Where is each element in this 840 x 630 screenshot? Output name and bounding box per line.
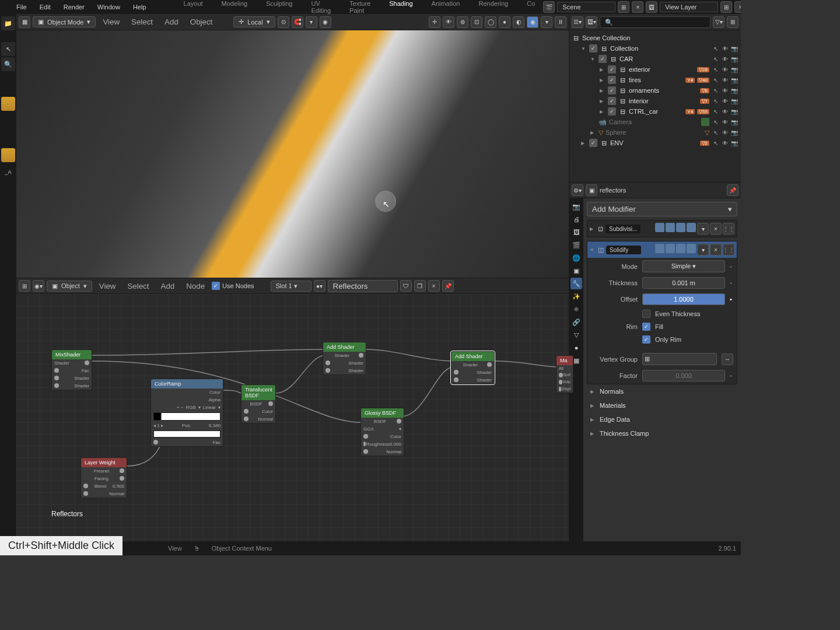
- material-name-input[interactable]: [328, 280, 398, 292]
- chevron-right-icon[interactable]: ▶: [600, 88, 606, 93]
- chevron-right-icon[interactable]: ▶: [600, 99, 606, 104]
- modifier-name-input[interactable]: Solidify: [606, 246, 641, 254]
- editor-type-node-icon[interactable]: ⊞: [19, 280, 30, 292]
- modifier-props-tab[interactable]: 🔧: [570, 278, 582, 289]
- outliner-item-tires[interactable]: ▶ ✓ ⊟ tires Y4 ▽40 ↖👁📷: [569, 75, 741, 85]
- view-layer-input[interactable]: [660, 2, 718, 12]
- scene-props-tab[interactable]: 🎬: [570, 239, 582, 251]
- material-preview-icon[interactable]: [1, 97, 15, 111]
- even-thickness-checkbox[interactable]: [642, 310, 650, 318]
- constraint-props-tab[interactable]: 🔗: [570, 316, 582, 328]
- outliner-search-input[interactable]: [600, 16, 710, 28]
- modifier-solidify[interactable]: ▼ ◫ Solidify ▾ × ⋮⋮: [587, 241, 737, 384]
- overlays-visibility-icon[interactable]: 👁: [443, 16, 454, 28]
- node-color-ramp[interactable]: ColorRamp Color Alpha + −RGB▾Linear▾ ◂ 1…: [150, 379, 223, 447]
- world-props-tab[interactable]: 🌐: [570, 252, 582, 264]
- checkbox-icon[interactable]: ✓: [589, 139, 597, 147]
- layer-browse-icon[interactable]: 🖼: [646, 1, 657, 13]
- checkbox-icon[interactable]: ✓: [608, 86, 616, 94]
- file-browser-icon[interactable]: 📁: [1, 16, 15, 30]
- delete-scene-icon[interactable]: ×: [632, 1, 643, 13]
- outliner-item-camera[interactable]: 📹 Camera ↖👁📷: [569, 117, 741, 127]
- mod-menu-icon[interactable]: ▾: [697, 223, 709, 235]
- output-props-tab[interactable]: 🖨: [570, 214, 582, 225]
- viewport-view-menu[interactable]: View: [98, 16, 124, 28]
- proportional-edit-icon[interactable]: ◉: [320, 16, 331, 28]
- material-preview-2-icon[interactable]: [1, 148, 15, 162]
- xray-toggle-icon[interactable]: ⊡: [471, 16, 482, 28]
- overlays-icon[interactable]: ⊚: [457, 16, 468, 28]
- mod-oncage-icon[interactable]: [655, 223, 664, 232]
- checkbox-icon[interactable]: ✓: [589, 44, 597, 52]
- mod-realtime-icon[interactable]: [676, 223, 685, 232]
- chevron-right-icon[interactable]: ▶: [581, 141, 587, 146]
- thickness-input[interactable]: 0.001 m: [642, 277, 725, 289]
- menu-file[interactable]: File: [10, 1, 33, 13]
- checkbox-icon[interactable]: ✓: [608, 65, 616, 74]
- search-icon[interactable]: 🔍: [1, 57, 15, 71]
- viewport-object-menu[interactable]: Object: [186, 16, 218, 28]
- scene-name-input[interactable]: [557, 2, 615, 12]
- shader-object-dropdown[interactable]: ▣ Object ▾: [47, 281, 92, 292]
- node-graph[interactable]: MixShader Shader Fac Shader Shader Color…: [16, 294, 569, 541]
- material-props-tab[interactable]: ●: [570, 342, 582, 354]
- outliner-collection[interactable]: ▼ ✓ ⊟ Collection ↖👁📷: [569, 43, 741, 54]
- orientation-dropdown[interactable]: ✛ Local ▾: [233, 16, 275, 27]
- node-layer-weight[interactable]: Layer Weight Fresnel Facing Blend0.500 N…: [80, 457, 127, 498]
- mod-editmode-icon[interactable]: [666, 244, 675, 253]
- shading-material-icon[interactable]: ◐: [513, 16, 524, 28]
- render-props-tab[interactable]: 📷: [570, 201, 582, 212]
- new-layer-icon[interactable]: ⊞: [720, 1, 732, 13]
- checkbox-icon[interactable]: ✓: [598, 55, 607, 63]
- mode-dropdown[interactable]: Simple ▾: [642, 260, 725, 272]
- menu-help[interactable]: Help: [127, 1, 152, 13]
- delete-layer-icon[interactable]: ×: [734, 1, 741, 13]
- shading-solid-icon[interactable]: ●: [499, 16, 510, 28]
- shading-wire-icon[interactable]: ◯: [485, 16, 496, 28]
- mod-delete-icon[interactable]: ×: [710, 223, 722, 235]
- shading-dropdown-icon[interactable]: ▾: [541, 16, 552, 28]
- scene-browse-icon[interactable]: 🎬: [543, 1, 555, 13]
- node-material-output[interactable]: Ma All Surf Volu Displ: [556, 355, 573, 393]
- menu-render[interactable]: Render: [58, 1, 90, 13]
- snap-icon[interactable]: 🧲: [292, 16, 303, 28]
- mod-drag-icon[interactable]: ⋮⋮: [723, 244, 734, 256]
- chevron-right-icon[interactable]: ▶: [600, 67, 606, 72]
- add-modifier-button[interactable]: Add Modifier▾: [587, 202, 737, 216]
- node-add-shader-2[interactable]: Add Shader Shader Shader Shader: [451, 351, 495, 384]
- section-normals[interactable]: ▶Normals: [587, 384, 737, 398]
- node-select-menu[interactable]: Select: [123, 280, 153, 292]
- menu-window[interactable]: Window: [92, 1, 126, 13]
- modifier-name-input[interactable]: Subdivisi...: [606, 225, 640, 233]
- fill-checkbox[interactable]: ✓: [642, 323, 650, 331]
- outliner-item-exterior[interactable]: ▶ ✓ ⊟ exterior ▽28 ↖👁📷: [569, 64, 741, 75]
- mod-render-icon[interactable]: [687, 223, 696, 232]
- node-translucent[interactable]: Translucent BSDF BSDF Color Normal: [241, 384, 276, 424]
- outliner-item-sphere[interactable]: ▶ ▽ Sphere ▽ ↖👁📷: [569, 127, 741, 138]
- menu-edit[interactable]: Edit: [34, 1, 57, 13]
- outliner-tree[interactable]: ⊟ Scene Collection ▼ ✓ ⊟ Collection ↖👁📷 …: [569, 30, 741, 182]
- mod-editmode-icon[interactable]: [666, 223, 675, 232]
- pivot-icon[interactable]: ⊙: [278, 16, 289, 28]
- chevron-right-icon[interactable]: ▶: [590, 226, 596, 232]
- unlink-material-icon[interactable]: ×: [428, 280, 440, 292]
- checkbox-icon[interactable]: ✓: [608, 97, 616, 105]
- section-materials[interactable]: ▶Materials: [587, 398, 737, 412]
- outliner-scene-collection[interactable]: ⊟ Scene Collection: [569, 33, 741, 43]
- editor-type-icon[interactable]: ▦: [19, 16, 30, 28]
- outliner-item-interior[interactable]: ▶ ✓ ⊟ interior ▽7 ↖👁📷: [569, 96, 741, 106]
- properties-editor-icon[interactable]: ⚙▾: [572, 184, 583, 196]
- new-scene-icon[interactable]: ⊞: [618, 1, 629, 13]
- chevron-right-icon[interactable]: ▶: [600, 109, 606, 114]
- offset-input[interactable]: 1.0000: [642, 293, 725, 305]
- pause-render-icon[interactable]: ⏸: [555, 16, 566, 28]
- chevron-down-icon[interactable]: ▼: [590, 57, 596, 62]
- modifier-subdivision[interactable]: ▶ ⊡ Subdivisi... ▾ × ⋮⋮: [587, 220, 737, 237]
- 3d-viewport[interactable]: ↖: [16, 30, 569, 278]
- node-mix-shader[interactable]: MixShader Shader Fac Shader Shader: [51, 349, 92, 390]
- filter-icon[interactable]: ▽▾: [713, 16, 724, 28]
- viewport-select-menu[interactable]: Select: [127, 16, 158, 28]
- fake-user-icon[interactable]: 🛡: [400, 280, 412, 292]
- physics-props-tab[interactable]: ⚛: [570, 303, 582, 315]
- mod-render-icon[interactable]: [687, 244, 696, 253]
